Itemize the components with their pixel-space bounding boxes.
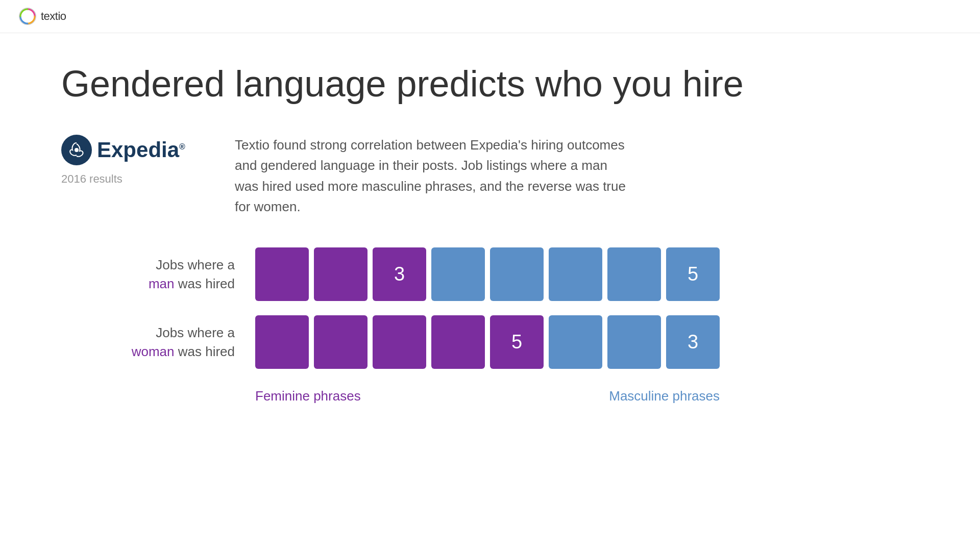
description-text: Textio found strong correlation between …	[235, 135, 633, 217]
expedia-name: Expedia®	[97, 138, 185, 162]
navbar: textio	[0, 0, 980, 33]
man-block-1	[255, 247, 309, 301]
chart-section: Jobs where a man was hired 3 5 Jobs wher…	[92, 247, 919, 404]
man-block-2	[314, 247, 368, 301]
woman-block-5: 5	[490, 315, 544, 369]
woman-row-label: Jobs where a woman was hired	[92, 323, 235, 361]
man-block-5	[490, 247, 544, 301]
logo-container: textio	[18, 7, 66, 26]
man-blocks: 3 5	[255, 247, 720, 301]
top-section: Expedia® 2016 results Textio found stron…	[61, 135, 919, 217]
feminine-phrases-label: Feminine phrases	[255, 388, 361, 404]
textio-logo-icon	[18, 7, 37, 26]
page-title: Gendered language predicts who you hire	[61, 64, 919, 104]
svg-point-0	[19, 8, 36, 24]
man-block-4	[431, 247, 485, 301]
woman-blocks: 5 3	[255, 315, 720, 369]
woman-block-6	[549, 315, 602, 369]
woman-chart-row: Jobs where a woman was hired 5 3	[92, 315, 919, 369]
woman-block-2	[314, 315, 368, 369]
logo-text: textio	[41, 10, 66, 23]
expedia-logo: Expedia®	[61, 135, 185, 165]
results-label: 2016 results	[61, 172, 122, 186]
man-row-label: Jobs where a man was hired	[92, 256, 235, 293]
phrase-labels-row: Feminine phrases Masculine phrases	[92, 388, 919, 404]
expedia-icon	[61, 135, 92, 165]
man-block-7	[607, 247, 661, 301]
woman-block-3	[373, 315, 426, 369]
masculine-phrases-label: Masculine phrases	[609, 388, 720, 404]
woman-block-1	[255, 315, 309, 369]
woman-block-8: 3	[666, 315, 720, 369]
man-block-6	[549, 247, 602, 301]
woman-block-4	[431, 315, 485, 369]
svg-point-2	[75, 148, 79, 152]
man-block-8: 5	[666, 247, 720, 301]
phrase-labels: Feminine phrases Masculine phrases	[255, 388, 720, 404]
brand-section: Expedia® 2016 results	[61, 135, 194, 186]
woman-block-7	[607, 315, 661, 369]
man-block-3: 3	[373, 247, 426, 301]
man-chart-row: Jobs where a man was hired 3 5	[92, 247, 919, 301]
main-content: Gendered language predicts who you hire …	[0, 33, 980, 424]
